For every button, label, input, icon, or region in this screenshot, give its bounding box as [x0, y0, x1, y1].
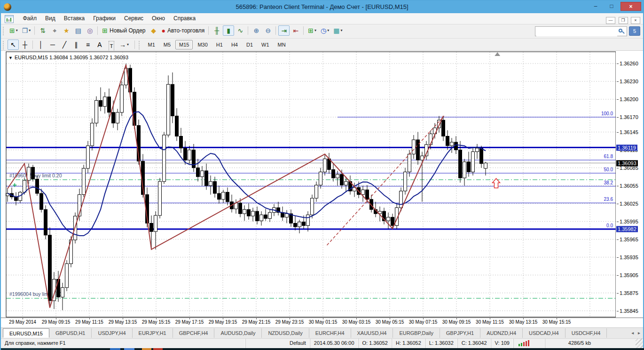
svg-text:23.6: 23.6 — [604, 197, 613, 202]
menu-item-сервис[interactable]: Сервис — [120, 13, 148, 24]
chart-tab-eurgbp[interactable]: EURGBP,Daily — [393, 328, 440, 338]
chart-tab-gbpchf[interactable]: GBPCHF,H4 — [173, 328, 215, 338]
tab-scroll-right-icon[interactable]: ▸ — [638, 330, 640, 335]
timeframe-m30-button[interactable]: M30 — [194, 40, 211, 49]
time-label: 29 May 2014 — [9, 319, 36, 325]
terminal-button[interactable]: ▤ — [72, 25, 84, 36]
timeframe-m5-button[interactable]: M5 — [160, 40, 174, 49]
chart-tab-nzdusd[interactable]: NZDUSD,Daily — [262, 328, 309, 338]
status-bar-time: 2014.05.30 06:00 — [310, 339, 358, 348]
chart-tab-audusd[interactable]: AUDUSD,Daily — [214, 328, 262, 338]
label-tool[interactable]: T — [106, 40, 117, 50]
maximize-button[interactable]: □ — [605, 2, 619, 11]
cursor-arrow-icon: ↖ — [10, 40, 16, 49]
profiles-button[interactable]: ❐▾ — [20, 25, 33, 36]
data-window-button[interactable]: ⌖ — [49, 25, 60, 36]
indicators-plus-icon: ⊞ — [308, 26, 314, 35]
hline-tool[interactable]: ─ — [47, 40, 58, 50]
status-profile[interactable]: Default — [245, 339, 310, 348]
chart-tab-eurusd[interactable]: EURUSD,M15 — [3, 328, 49, 338]
mdi-restore-button[interactable]: ❐ — [619, 17, 628, 24]
chart-tab-xauusd[interactable]: XAUUSD,H4 — [351, 328, 393, 338]
autoscroll-button[interactable]: ⇥ — [278, 25, 290, 36]
trendline-tool[interactable]: ╱ — [59, 40, 70, 50]
chart-tab-usdjpy[interactable]: USDJPY,H4 — [92, 328, 132, 338]
toolbar-separator — [248, 26, 248, 35]
timeframe-h4-button[interactable]: H4 — [228, 40, 242, 49]
navigator-button[interactable]: ★ — [61, 25, 72, 36]
menu-item-справка[interactable]: Справка — [169, 13, 200, 24]
chart-collapse-icon[interactable]: ▼ — [8, 56, 13, 60]
notifications-badge[interactable]: 5 — [629, 26, 640, 36]
minimize-button[interactable]: – — [589, 2, 603, 11]
candles-chart-button[interactable]: ▮ — [223, 25, 234, 36]
zoom-out-button[interactable]: ⊖ — [262, 25, 274, 36]
vline-tool[interactable]: │ — [35, 40, 47, 50]
chart-tab-audnzd[interactable]: AUDNZD,H4 — [480, 328, 523, 338]
resize-grip[interactable] — [636, 339, 643, 349]
new-order-button[interactable]: ⊞Новый Ордер — [100, 25, 147, 36]
close-button[interactable]: × — [620, 2, 641, 11]
metaeditor-button[interactable]: ◆ — [148, 25, 159, 36]
chart-plot[interactable]: 100.061.850.038.223.60.0#1996052 buy lim… — [1, 51, 643, 318]
zoom-in-button[interactable]: ⊕ — [251, 25, 262, 36]
price-tick: 1.35965 — [617, 237, 638, 242]
chart-tab-usdchf[interactable]: USDCHF,H4 — [565, 328, 607, 338]
price-tick: 1.36055 — [617, 183, 638, 189]
menu-item-окно[interactable]: Окно — [148, 13, 169, 24]
channel-tool[interactable]: ∥ — [71, 40, 82, 50]
fib-construction-line — [327, 116, 444, 246]
new-chart-button[interactable]: ⊞▾ — [8, 25, 20, 36]
chart-shift-button[interactable]: ⇤ — [290, 25, 301, 36]
candles-layer — [6, 64, 487, 310]
chart-tab-eurchf[interactable]: EURCHF,H4 — [309, 328, 351, 338]
timeframe-m1-button[interactable]: M1 — [144, 40, 158, 49]
menu-item-вставка[interactable]: Вставка — [60, 13, 89, 24]
chart-tab-gbpusd[interactable]: GBPUSD,H1 — [49, 328, 92, 338]
tester-button[interactable]: ◎ — [84, 25, 95, 36]
mdi-close-button[interactable]: × — [631, 17, 640, 24]
chevron-down-icon: ▾ — [340, 26, 342, 35]
market-watch-button[interactable]: ⇅ — [37, 25, 48, 36]
timeframe-m15-button[interactable]: M15 — [175, 40, 193, 49]
price-tick: 1.36145 — [617, 129, 638, 135]
chart-tab-gbpjpy[interactable]: GBPJPY,H1 — [440, 328, 480, 338]
time-label: 30 May 13:15 — [509, 319, 538, 325]
autoscroll-icon: ⇥ — [281, 26, 287, 35]
text-tool[interactable]: A — [94, 40, 105, 50]
mdi-minimize-button[interactable]: — — [606, 17, 615, 24]
autotrade-button[interactable]: ●Авто-торговля — [160, 25, 207, 36]
search-input[interactable] — [536, 27, 617, 36]
chevron-down-icon: ▾ — [127, 40, 129, 49]
cursor-tool[interactable]: ↖ — [8, 40, 19, 50]
menu-bar: ФайлВидВставкаГрафикиСервисОкноСправка —… — [1, 13, 643, 24]
crosshair-tool[interactable]: ┼ — [19, 40, 31, 50]
new-order-button-label: Новый Ордер — [110, 26, 145, 35]
line-chart-button[interactable]: ∿ — [235, 25, 246, 36]
templates-button[interactable]: ▦▾ — [331, 25, 344, 36]
price-tick: 1.36025 — [617, 201, 638, 207]
timeframe-mn-button[interactable]: MN — [274, 40, 290, 49]
price-badge-level: 1.36119 — [616, 144, 637, 151]
fibo-tool[interactable]: ≡ — [82, 40, 94, 50]
search-icon[interactable] — [618, 28, 625, 35]
new-order-icon: ⊞ — [102, 26, 108, 35]
menu-item-вид[interactable]: Вид — [41, 13, 60, 24]
menu-item-файл[interactable]: Файл — [18, 13, 41, 24]
bars-chart-button[interactable]: ╫ — [211, 25, 222, 36]
chart-tab-eurjpy[interactable]: EURJPY,H1 — [133, 328, 173, 338]
chart-shift-marker-icon — [495, 52, 500, 56]
periods-button[interactable]: ◷▾ — [319, 25, 331, 36]
tab-scroll-left-icon[interactable]: ◂ — [631, 330, 634, 335]
status-high: H: 1.36052 — [392, 339, 425, 348]
menu-item-графики[interactable]: Графики — [89, 13, 120, 24]
time-axis[interactable]: 29 May 201429 May 09:1529 May 11:1529 Ma… — [1, 318, 643, 327]
price-axis[interactable]: 1.362601.362301.362001.361701.361451.361… — [616, 51, 643, 318]
indicators-button[interactable]: ⊞▾ — [306, 25, 318, 36]
timeframe-w1-button[interactable]: W1 — [258, 40, 273, 49]
price-tick: 1.35875 — [617, 290, 638, 296]
timeframe-h1-button[interactable]: H1 — [212, 40, 227, 49]
timeframe-d1-button[interactable]: D1 — [243, 40, 257, 49]
chart-tab-usdcad[interactable]: USDCAD,H4 — [523, 328, 565, 338]
arrows-tool[interactable]: →▾ — [118, 40, 131, 50]
